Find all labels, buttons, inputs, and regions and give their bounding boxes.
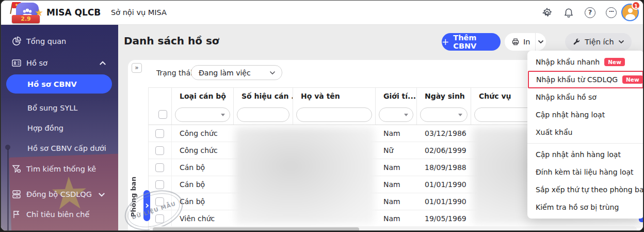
column-header[interactable]: Ngày sinh (417, 88, 471, 104)
sidebar-item-bo-sung-syll[interactable]: Bổ sung SYLL (27, 98, 77, 118)
sidebar-item-ho-so-cbnv-cap-duoi[interactable]: Hồ sơ CBNV cấp dưới (27, 138, 106, 158)
organization-name: Sở nội vụ MISA (111, 1, 167, 25)
cell-birth-date: 01/01/1990 (417, 193, 471, 210)
sidebar-item-label: Đồng bộ CSDLQG (26, 190, 92, 198)
more-options-icon[interactable]: ··· (606, 7, 617, 18)
print-button[interactable]: In (505, 33, 535, 51)
cell-gender: Nam (376, 176, 417, 193)
avatar-person-icon (628, 8, 633, 13)
sidebar: ★ Tổng quan Hồ sơ Hồ sơ CBNV Bổ sung SYL… (1, 25, 118, 230)
menu-item-dinh-kem-tai-lieu-hang-loat[interactable]: Đính kèm tài liệu hàng loạt (527, 163, 643, 181)
filter-loai-can-bo-select[interactable] (175, 107, 230, 122)
status-filter-value: Đang làm việc (199, 69, 251, 77)
column-header[interactable]: Loại cán bộ (172, 88, 234, 104)
print-label: In (523, 38, 530, 46)
print-dropdown-toggle[interactable] (536, 33, 546, 51)
pie-chart-icon (11, 36, 22, 47)
cell-staff-type: Công chức (172, 125, 234, 142)
cell-gender: Nam (376, 159, 417, 176)
add-cbnv-label: Thêm CBNV (453, 34, 501, 50)
filter-ngay-sinh-select[interactable] (420, 107, 468, 122)
sidebar-item-ho-so-cbnv[interactable]: Hồ sơ CBNV (6, 74, 112, 94)
filter-ho-va-ten-input[interactable] (296, 107, 372, 122)
sidebar-item-chi-tieu-bien-che[interactable]: Chỉ tiêu biên chế (1, 204, 118, 225)
column-header[interactable]: Giới tí... (376, 88, 417, 104)
row-checkbox[interactable] (155, 146, 164, 155)
menu-item-xuat-khau[interactable]: Xuất khẩu (527, 123, 643, 141)
flag-icon (11, 209, 22, 220)
wrench-icon (572, 38, 581, 46)
menu-item-sap-xep-thu-tu-theo-phong-ban[interactable]: Sắp xếp thứ tự theo phòng ban (527, 181, 643, 198)
sidebar-item-label: Bổ sung SYLL (27, 104, 77, 112)
menu-item-kiem-tra-ho-so-bi-trung[interactable]: Kiểm tra hồ sơ bị trùng (527, 198, 643, 216)
menu-item-label: Nhập khẩu từ CSDLQG (536, 75, 618, 84)
print-split-button: In (505, 33, 546, 51)
notifications-bell-icon[interactable] (563, 7, 574, 19)
app-name: MISA QLCB (46, 1, 101, 25)
topbar: ★ ★ 2.9 MISA QLCB Sở nội vụ MISA ? ··· 1 (1, 1, 643, 25)
menu-divider (527, 143, 643, 144)
sidebar-item-label: Tổng quan (26, 37, 66, 45)
notification-count-badge: 1 (632, 1, 640, 10)
cell-birth-date: 19/05/1969 (417, 210, 471, 227)
cell-birth-date: 01/01/1990 (417, 176, 471, 193)
app-logo: ★ ★ 2.9 (5, 1, 44, 24)
menu-item-nhap-khau-nhanh[interactable]: Nhập khẩu nhanh New (527, 53, 643, 71)
sidebar-item-label: Hồ sơ (26, 59, 47, 67)
select-all-checkbox[interactable] (158, 110, 167, 119)
status-filter-label: Trạng thái (156, 66, 192, 80)
add-cbnv-button[interactable]: + Thêm CBNV (442, 33, 501, 51)
sidebar-item-hop-dong[interactable]: Hợp đồng (27, 118, 63, 138)
menu-item-label: Cập nhật ảnh hàng loạt (536, 150, 621, 159)
sidebar-item-label: Hồ sơ CBNV cấp dưới (27, 144, 106, 152)
new-badge: New (604, 58, 625, 66)
chevron-down-icon (269, 71, 276, 75)
search-stats-icon (11, 164, 22, 174)
cell-gender: Nam (376, 125, 417, 142)
settings-gear-icon[interactable] (541, 7, 553, 19)
app-window: ★ ★ 2.9 MISA QLCB Sở nội vụ MISA ? ··· 1… (1, 0, 643, 231)
menu-item-nhap-khau-tu-csdlqg[interactable]: Nhập khẩu từ CSDLQG New (528, 71, 643, 88)
cell-birth-date: 18/09/1988 (417, 159, 471, 176)
sync-database-icon (11, 189, 22, 199)
menu-item-nhap-khau-ho-so[interactable]: Nhập khẩu hồ sơ (527, 88, 643, 106)
cell-gender: Nữ (376, 142, 417, 159)
sidebar-item-label: Hợp đồng (27, 124, 63, 132)
menu-item-label: Cập nhật hàng loạt (536, 111, 605, 119)
chevron-down-icon[interactable] (98, 192, 105, 197)
filter-so-hieu-input[interactable] (237, 107, 289, 122)
scrollbar-thumb[interactable] (153, 227, 359, 231)
menu-item-cap-nhat-anh-hang-loat[interactable]: Cập nhật ảnh hàng loạt (527, 146, 643, 163)
menu-item-label: Đính kèm tài liệu hàng loạt (536, 168, 634, 176)
status-filter-select[interactable]: Đang làm việc (191, 65, 282, 80)
page-title: Danh sách hồ sơ (124, 35, 219, 47)
caret-down-icon (404, 114, 408, 116)
sidebar-item-tong-quan[interactable]: Tổng quan (1, 31, 118, 52)
row-checkbox[interactable] (155, 180, 164, 189)
column-header[interactable]: Số hiệu cán ... (234, 88, 293, 104)
utilities-button[interactable]: Tiện ích (565, 33, 632, 51)
help-icon[interactable]: ? (585, 7, 595, 18)
menu-item-label: Kiểm tra hồ sơ bị trùng (536, 203, 619, 211)
sidebar-item-tim-kiem-thong-ke[interactable]: Tìm kiếm thống kê (1, 159, 118, 179)
new-badge: New (622, 75, 643, 84)
sidebar-item-label: Tìm kiếm thống kê (26, 165, 96, 173)
column-header[interactable]: Họ và tên (293, 88, 376, 104)
horizontal-scrollbar[interactable] (150, 226, 637, 231)
header-checkbox-cell (149, 88, 172, 104)
id-card-icon (11, 58, 22, 68)
expand-filters-button[interactable]: » (132, 63, 142, 73)
chevron-up-icon[interactable] (99, 60, 106, 66)
cell-birth-date: 03/12/1986 (417, 125, 471, 142)
filter-gioi-tinh-select[interactable] (379, 107, 413, 122)
plus-icon: + (442, 38, 449, 47)
row-checkbox[interactable] (155, 129, 164, 138)
menu-item-label: Sắp xếp thứ tự theo phòng ban (536, 185, 643, 194)
stamp-text: DỮ LIỆU MẪU (131, 200, 177, 221)
cell-staff-type: Cán bộ (172, 176, 234, 193)
row-checkbox[interactable] (155, 163, 164, 172)
avatar-person-body (625, 14, 635, 21)
cell-staff-type: Công chức (172, 142, 234, 159)
menu-item-cap-nhat-hang-loat[interactable]: Cập nhật hàng loạt (527, 106, 643, 123)
chevron-down-icon (538, 40, 544, 44)
